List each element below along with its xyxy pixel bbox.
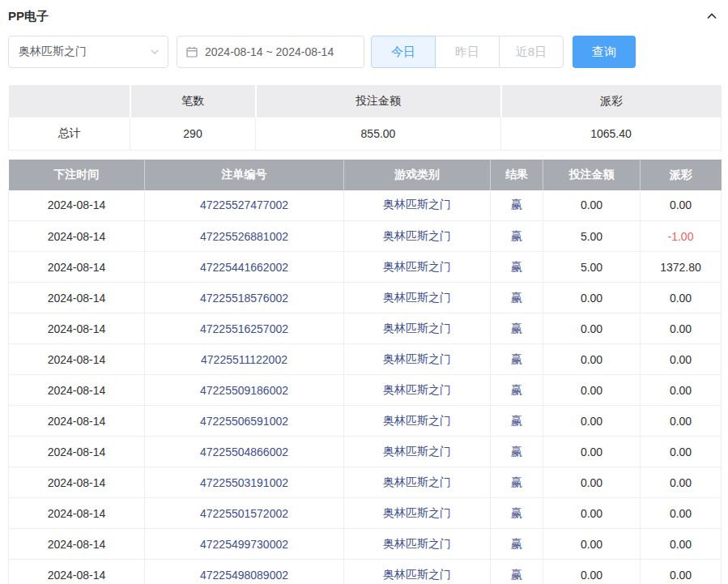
quick-range-group: 今日 昨日 近8日 — [371, 36, 564, 68]
payout-cell: 0.00 — [641, 467, 722, 498]
result-cell: 赢 — [491, 498, 543, 529]
bet-time-cell: 2024-08-14 — [9, 283, 145, 313]
payout-cell: 0.00 — [641, 498, 722, 529]
search-button[interactable]: 查询 — [573, 36, 636, 68]
game-select[interactable]: 奥林匹斯之门 — [8, 36, 168, 68]
bet-id-cell[interactable]: 47225499730002 — [145, 529, 344, 560]
amount-cell: 0.00 — [543, 313, 641, 344]
bet-id-cell[interactable]: 47225518576002 — [145, 283, 344, 313]
chevron-up-icon[interactable] — [705, 10, 720, 23]
result-cell: 赢 — [491, 252, 543, 283]
col-payout: 派彩 — [641, 160, 722, 190]
pp-electronic-panel: PP电子 奥林匹斯之门 2024-08-14 ~ 2024-08-14 今日 — [0, 0, 728, 584]
bet-time-cell: 2024-08-14 — [9, 375, 145, 406]
game-cell: 奥林匹斯之门 — [344, 529, 491, 560]
col-bet-time: 下注时间 — [9, 160, 145, 190]
summary-col-empty — [9, 85, 130, 117]
bet-time-cell: 2024-08-14 — [9, 313, 145, 344]
bet-id-cell[interactable]: 47225506591002 — [145, 406, 344, 437]
bet-id-cell[interactable]: 47225498089002 — [145, 560, 344, 584]
yesterday-button[interactable]: 昨日 — [435, 36, 500, 68]
game-cell: 奥林匹斯之门 — [344, 313, 491, 344]
payout-cell: 0.00 — [641, 406, 722, 437]
bet-time-cell: 2024-08-14 — [9, 560, 145, 584]
amount-cell: 5.00 — [543, 221, 641, 252]
bets-table: 下注时间 注单编号 游戏类别 结果 投注金额 派彩 2024-08-14 472… — [8, 160, 722, 584]
bets-header-row: 下注时间 注单编号 游戏类别 结果 投注金额 派彩 — [9, 160, 722, 190]
table-row: 2024-08-14 47225527477002 奥林匹斯之门 赢 0.00 … — [9, 190, 722, 221]
today-button[interactable]: 今日 — [371, 36, 436, 68]
game-cell: 奥林匹斯之门 — [344, 437, 491, 467]
col-game-type: 游戏类别 — [344, 160, 491, 190]
amount-cell: 5.00 — [543, 252, 641, 283]
summary-bet-amount-value: 855.00 — [256, 117, 501, 150]
payout-cell: 0.00 — [641, 375, 722, 406]
amount-cell: 0.00 — [543, 283, 641, 313]
bet-id-cell[interactable]: 47225504866002 — [145, 437, 344, 467]
table-row: 2024-08-14 47225518576002 奥林匹斯之门 赢 0.00 … — [9, 283, 722, 313]
table-row: 2024-08-14 47225503191002 奥林匹斯之门 赢 0.00 … — [9, 467, 722, 498]
game-cell: 奥林匹斯之门 — [344, 560, 491, 584]
amount-cell: 0.00 — [543, 375, 641, 406]
summary-total-label: 总计 — [9, 117, 130, 150]
payout-cell: 0.00 — [641, 344, 722, 375]
amount-cell: 0.00 — [543, 560, 641, 584]
game-cell: 奥林匹斯之门 — [344, 467, 491, 498]
bet-id-cell[interactable]: 47225516257002 — [145, 313, 344, 344]
table-row: 2024-08-14 47225499730002 奥林匹斯之门 赢 0.00 … — [9, 529, 722, 560]
bets-table-body: 2024-08-14 47225527477002 奥林匹斯之门 赢 0.00 … — [9, 190, 722, 584]
payout-cell: 0.00 — [641, 560, 722, 584]
amount-cell: 0.00 — [543, 498, 641, 529]
result-cell: 赢 — [491, 221, 543, 252]
chevron-down-icon — [150, 47, 160, 57]
amount-cell: 0.00 — [543, 437, 641, 467]
filter-bar: 奥林匹斯之门 2024-08-14 ~ 2024-08-14 今日 昨日 近8日… — [8, 36, 720, 68]
game-cell: 奥林匹斯之门 — [344, 498, 491, 529]
panel-header: PP电子 — [8, 6, 720, 26]
bet-id-cell[interactable]: 47225526881002 — [145, 221, 344, 252]
bet-id-cell[interactable]: 47225441662002 — [145, 252, 344, 283]
table-row: 2024-08-14 47225516257002 奥林匹斯之门 赢 0.00 … — [9, 313, 722, 344]
bet-time-cell: 2024-08-14 — [9, 529, 145, 560]
result-cell: 赢 — [491, 467, 543, 498]
table-row: 2024-08-14 47225504866002 奥林匹斯之门 赢 0.00 … — [9, 437, 722, 467]
table-row: 2024-08-14 47225526881002 奥林匹斯之门 赢 5.00 … — [9, 221, 722, 252]
game-cell: 奥林匹斯之门 — [344, 221, 491, 252]
payout-cell: 1372.80 — [641, 252, 722, 283]
summary-payout-value: 1065.40 — [501, 117, 722, 150]
bet-id-cell[interactable]: 47225503191002 — [145, 467, 344, 498]
game-cell: 奥林匹斯之门 — [344, 406, 491, 437]
game-cell: 奥林匹斯之门 — [344, 375, 491, 406]
game-select-value: 奥林匹斯之门 — [19, 45, 87, 59]
bet-id-cell[interactable]: 47225511122002 — [145, 344, 344, 375]
result-cell: 赢 — [491, 437, 543, 467]
date-range-input[interactable]: 2024-08-14 ~ 2024-08-14 — [177, 36, 364, 68]
result-cell: 赢 — [491, 406, 543, 437]
result-cell: 赢 — [491, 375, 543, 406]
bet-time-cell: 2024-08-14 — [9, 252, 145, 283]
result-cell: 赢 — [491, 344, 543, 375]
amount-cell: 0.00 — [543, 529, 641, 560]
bet-id-cell[interactable]: 47225501572002 — [145, 498, 344, 529]
bet-id-cell[interactable]: 47225527477002 — [145, 190, 344, 221]
result-cell: 赢 — [491, 190, 543, 221]
table-row: 2024-08-14 47225498089002 奥林匹斯之门 赢 0.00 … — [9, 560, 722, 584]
table-row: 2024-08-14 47225509186002 奥林匹斯之门 赢 0.00 … — [9, 375, 722, 406]
result-cell: 赢 — [491, 560, 543, 584]
summary-header-row: 笔数 投注金额 派彩 — [9, 85, 722, 117]
col-bet-amount: 投注金额 — [543, 160, 641, 190]
amount-cell: 0.00 — [543, 406, 641, 437]
date-range-value: 2024-08-14 ~ 2024-08-14 — [205, 45, 334, 58]
last-8-days-button[interactable]: 近8日 — [499, 36, 564, 68]
bet-time-cell: 2024-08-14 — [9, 467, 145, 498]
result-cell: 赢 — [491, 529, 543, 560]
bet-time-cell: 2024-08-14 — [9, 190, 145, 221]
payout-cell: 0.00 — [641, 529, 722, 560]
summary-table: 笔数 投注金额 派彩 总计 290 855.00 1065.40 — [8, 85, 722, 151]
table-row: 2024-08-14 47225501572002 奥林匹斯之门 赢 0.00 … — [9, 498, 722, 529]
table-row: 2024-08-14 47225506591002 奥林匹斯之门 赢 0.00 … — [9, 406, 722, 437]
amount-cell: 0.00 — [543, 190, 641, 221]
payout-cell: 0.00 — [641, 313, 722, 344]
table-row: 2024-08-14 47225441662002 奥林匹斯之门 赢 5.00 … — [9, 252, 722, 283]
bet-id-cell[interactable]: 47225509186002 — [145, 375, 344, 406]
